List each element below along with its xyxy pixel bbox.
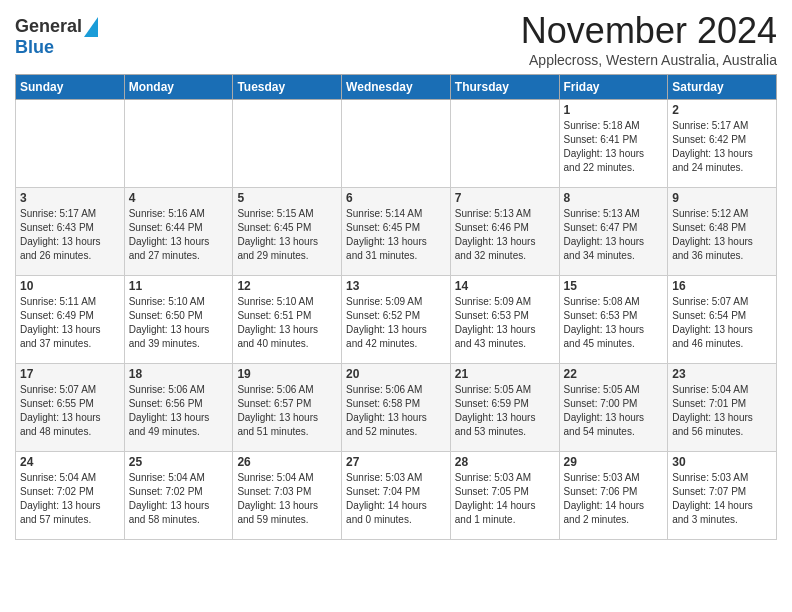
day-info: Sunrise: 5:07 AM Sunset: 6:55 PM Dayligh… xyxy=(20,383,120,439)
day-number: 17 xyxy=(20,367,120,381)
day-number: 26 xyxy=(237,455,337,469)
calendar-cell: 30Sunrise: 5:03 AM Sunset: 7:07 PM Dayli… xyxy=(668,452,777,540)
day-number: 16 xyxy=(672,279,772,293)
day-number: 8 xyxy=(564,191,664,205)
day-info: Sunrise: 5:18 AM Sunset: 6:41 PM Dayligh… xyxy=(564,119,664,175)
calendar-cell: 12Sunrise: 5:10 AM Sunset: 6:51 PM Dayli… xyxy=(233,276,342,364)
day-number: 25 xyxy=(129,455,229,469)
calendar-cell: 5Sunrise: 5:15 AM Sunset: 6:45 PM Daylig… xyxy=(233,188,342,276)
day-number: 24 xyxy=(20,455,120,469)
calendar-cell: 1Sunrise: 5:18 AM Sunset: 6:41 PM Daylig… xyxy=(559,100,668,188)
calendar-cell: 8Sunrise: 5:13 AM Sunset: 6:47 PM Daylig… xyxy=(559,188,668,276)
day-info: Sunrise: 5:09 AM Sunset: 6:52 PM Dayligh… xyxy=(346,295,446,351)
calendar-cell: 17Sunrise: 5:07 AM Sunset: 6:55 PM Dayli… xyxy=(16,364,125,452)
calendar-cell: 7Sunrise: 5:13 AM Sunset: 6:46 PM Daylig… xyxy=(450,188,559,276)
calendar-cell: 9Sunrise: 5:12 AM Sunset: 6:48 PM Daylig… xyxy=(668,188,777,276)
day-number: 30 xyxy=(672,455,772,469)
day-info: Sunrise: 5:17 AM Sunset: 6:43 PM Dayligh… xyxy=(20,207,120,263)
day-info: Sunrise: 5:05 AM Sunset: 6:59 PM Dayligh… xyxy=(455,383,555,439)
calendar-cell: 29Sunrise: 5:03 AM Sunset: 7:06 PM Dayli… xyxy=(559,452,668,540)
day-number: 28 xyxy=(455,455,555,469)
day-info: Sunrise: 5:03 AM Sunset: 7:06 PM Dayligh… xyxy=(564,471,664,527)
calendar: SundayMondayTuesdayWednesdayThursdayFrid… xyxy=(15,74,777,540)
day-info: Sunrise: 5:04 AM Sunset: 7:02 PM Dayligh… xyxy=(129,471,229,527)
logo-blue: Blue xyxy=(15,37,54,57)
day-of-week-header: Thursday xyxy=(450,75,559,100)
calendar-cell: 18Sunrise: 5:06 AM Sunset: 6:56 PM Dayli… xyxy=(124,364,233,452)
calendar-cell xyxy=(233,100,342,188)
day-number: 20 xyxy=(346,367,446,381)
calendar-cell: 2Sunrise: 5:17 AM Sunset: 6:42 PM Daylig… xyxy=(668,100,777,188)
calendar-cell: 4Sunrise: 5:16 AM Sunset: 6:44 PM Daylig… xyxy=(124,188,233,276)
day-info: Sunrise: 5:04 AM Sunset: 7:01 PM Dayligh… xyxy=(672,383,772,439)
day-number: 9 xyxy=(672,191,772,205)
calendar-week-row: 3Sunrise: 5:17 AM Sunset: 6:43 PM Daylig… xyxy=(16,188,777,276)
calendar-cell: 6Sunrise: 5:14 AM Sunset: 6:45 PM Daylig… xyxy=(342,188,451,276)
calendar-cell: 24Sunrise: 5:04 AM Sunset: 7:02 PM Dayli… xyxy=(16,452,125,540)
subtitle: Applecross, Western Australia, Australia xyxy=(521,52,777,68)
day-number: 21 xyxy=(455,367,555,381)
day-info: Sunrise: 5:06 AM Sunset: 6:56 PM Dayligh… xyxy=(129,383,229,439)
calendar-cell: 23Sunrise: 5:04 AM Sunset: 7:01 PM Dayli… xyxy=(668,364,777,452)
day-number: 19 xyxy=(237,367,337,381)
day-info: Sunrise: 5:09 AM Sunset: 6:53 PM Dayligh… xyxy=(455,295,555,351)
day-number: 7 xyxy=(455,191,555,205)
calendar-cell: 16Sunrise: 5:07 AM Sunset: 6:54 PM Dayli… xyxy=(668,276,777,364)
day-info: Sunrise: 5:13 AM Sunset: 6:47 PM Dayligh… xyxy=(564,207,664,263)
day-number: 15 xyxy=(564,279,664,293)
day-of-week-header: Friday xyxy=(559,75,668,100)
day-number: 12 xyxy=(237,279,337,293)
calendar-cell xyxy=(450,100,559,188)
day-info: Sunrise: 5:04 AM Sunset: 7:03 PM Dayligh… xyxy=(237,471,337,527)
day-number: 4 xyxy=(129,191,229,205)
day-number: 10 xyxy=(20,279,120,293)
day-number: 23 xyxy=(672,367,772,381)
day-info: Sunrise: 5:10 AM Sunset: 6:51 PM Dayligh… xyxy=(237,295,337,351)
day-number: 2 xyxy=(672,103,772,117)
day-info: Sunrise: 5:07 AM Sunset: 6:54 PM Dayligh… xyxy=(672,295,772,351)
day-info: Sunrise: 5:16 AM Sunset: 6:44 PM Dayligh… xyxy=(129,207,229,263)
calendar-body: 1Sunrise: 5:18 AM Sunset: 6:41 PM Daylig… xyxy=(16,100,777,540)
day-of-week-header: Sunday xyxy=(16,75,125,100)
calendar-cell: 22Sunrise: 5:05 AM Sunset: 7:00 PM Dayli… xyxy=(559,364,668,452)
calendar-cell xyxy=(342,100,451,188)
day-info: Sunrise: 5:08 AM Sunset: 6:53 PM Dayligh… xyxy=(564,295,664,351)
calendar-week-row: 1Sunrise: 5:18 AM Sunset: 6:41 PM Daylig… xyxy=(16,100,777,188)
calendar-week-row: 10Sunrise: 5:11 AM Sunset: 6:49 PM Dayli… xyxy=(16,276,777,364)
calendar-cell: 10Sunrise: 5:11 AM Sunset: 6:49 PM Dayli… xyxy=(16,276,125,364)
day-info: Sunrise: 5:13 AM Sunset: 6:46 PM Dayligh… xyxy=(455,207,555,263)
day-number: 5 xyxy=(237,191,337,205)
calendar-week-row: 24Sunrise: 5:04 AM Sunset: 7:02 PM Dayli… xyxy=(16,452,777,540)
day-info: Sunrise: 5:05 AM Sunset: 7:00 PM Dayligh… xyxy=(564,383,664,439)
calendar-cell: 15Sunrise: 5:08 AM Sunset: 6:53 PM Dayli… xyxy=(559,276,668,364)
day-info: Sunrise: 5:06 AM Sunset: 6:58 PM Dayligh… xyxy=(346,383,446,439)
day-info: Sunrise: 5:17 AM Sunset: 6:42 PM Dayligh… xyxy=(672,119,772,175)
day-info: Sunrise: 5:11 AM Sunset: 6:49 PM Dayligh… xyxy=(20,295,120,351)
day-number: 14 xyxy=(455,279,555,293)
calendar-cell: 3Sunrise: 5:17 AM Sunset: 6:43 PM Daylig… xyxy=(16,188,125,276)
day-info: Sunrise: 5:15 AM Sunset: 6:45 PM Dayligh… xyxy=(237,207,337,263)
day-number: 6 xyxy=(346,191,446,205)
day-number: 22 xyxy=(564,367,664,381)
day-info: Sunrise: 5:12 AM Sunset: 6:48 PM Dayligh… xyxy=(672,207,772,263)
calendar-cell: 25Sunrise: 5:04 AM Sunset: 7:02 PM Dayli… xyxy=(124,452,233,540)
day-info: Sunrise: 5:03 AM Sunset: 7:07 PM Dayligh… xyxy=(672,471,772,527)
calendar-cell: 28Sunrise: 5:03 AM Sunset: 7:05 PM Dayli… xyxy=(450,452,559,540)
calendar-cell xyxy=(16,100,125,188)
day-number: 27 xyxy=(346,455,446,469)
day-number: 11 xyxy=(129,279,229,293)
calendar-cell: 26Sunrise: 5:04 AM Sunset: 7:03 PM Dayli… xyxy=(233,452,342,540)
day-info: Sunrise: 5:03 AM Sunset: 7:04 PM Dayligh… xyxy=(346,471,446,527)
logo-triangle xyxy=(84,17,98,37)
day-of-week-header: Tuesday xyxy=(233,75,342,100)
day-of-week-header: Saturday xyxy=(668,75,777,100)
day-info: Sunrise: 5:06 AM Sunset: 6:57 PM Dayligh… xyxy=(237,383,337,439)
calendar-week-row: 17Sunrise: 5:07 AM Sunset: 6:55 PM Dayli… xyxy=(16,364,777,452)
header: General Blue November 2024 Applecross, W… xyxy=(15,10,777,68)
day-number: 13 xyxy=(346,279,446,293)
day-of-week-header: Wednesday xyxy=(342,75,451,100)
calendar-cell: 21Sunrise: 5:05 AM Sunset: 6:59 PM Dayli… xyxy=(450,364,559,452)
calendar-cell: 19Sunrise: 5:06 AM Sunset: 6:57 PM Dayli… xyxy=(233,364,342,452)
calendar-cell: 11Sunrise: 5:10 AM Sunset: 6:50 PM Dayli… xyxy=(124,276,233,364)
calendar-cell: 14Sunrise: 5:09 AM Sunset: 6:53 PM Dayli… xyxy=(450,276,559,364)
